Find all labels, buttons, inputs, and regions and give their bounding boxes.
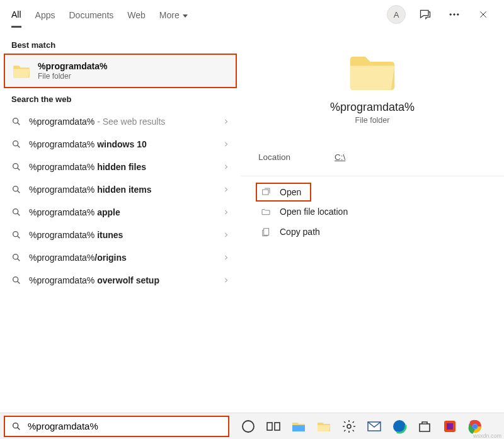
cortana-icon[interactable] [241, 419, 256, 434]
file-explorer-icon[interactable] [316, 419, 331, 434]
search-icon [11, 162, 21, 172]
web-result-text: %programdata% windows 10 [29, 139, 215, 149]
search-tabs: All Apps Documents Web More [0, 2, 387, 28]
chevron-right-icon [223, 209, 229, 215]
location-label: Location [258, 152, 290, 162]
web-result-text: %programdata% hidden files [29, 162, 215, 172]
tab-documents[interactable]: Documents [69, 3, 113, 26]
web-result-text: %programdata% overwolf setup [29, 275, 215, 285]
web-result[interactable]: %programdata% - See web results [0, 110, 241, 133]
file-explorer-icon[interactable] [291, 419, 306, 434]
action-open[interactable]: Open [256, 183, 311, 202]
chevron-down-icon [183, 14, 188, 18]
preview-title: %programdata% [330, 101, 415, 114]
svg-point-13 [13, 423, 18, 428]
avatar[interactable]: A [387, 5, 406, 24]
web-result-text: %programdata% hidden items [29, 185, 215, 195]
titlebar: All Apps Documents Web More A [0, 0, 504, 29]
web-result[interactable]: %programdata% windows 10 [0, 133, 241, 156]
search-input[interactable]: %programdata% [4, 416, 229, 437]
web-result-text: %programdata% itunes [29, 230, 215, 240]
svg-point-8 [13, 232, 18, 237]
watermark: wsxdn.com [473, 433, 501, 439]
close-icon[interactable] [474, 5, 493, 24]
search-input-value: %programdata% [28, 421, 98, 431]
web-result[interactable]: %programdata% hidden items [0, 178, 241, 201]
best-match-result[interactable]: %programdata% File folder [4, 54, 237, 88]
location-value[interactable]: C:\ [335, 152, 345, 162]
web-result-text: %programdata% - See web results [29, 117, 215, 127]
best-match-subtitle: File folder [38, 72, 107, 81]
open-icon [261, 187, 271, 197]
search-icon [11, 139, 21, 149]
chevron-right-icon [223, 118, 229, 125]
search-icon [11, 230, 21, 240]
svg-point-4 [13, 141, 18, 146]
folder-open-icon [261, 207, 271, 217]
action-open-location[interactable]: Open file location [256, 202, 489, 222]
svg-point-9 [13, 254, 18, 259]
mail-icon[interactable] [367, 419, 382, 434]
svg-point-14 [243, 421, 254, 432]
web-result[interactable]: %programdata%/origins [0, 246, 241, 269]
svg-point-26 [473, 424, 478, 428]
task-view-icon[interactable] [266, 419, 281, 434]
svg-point-5 [13, 164, 18, 169]
taskbar: %programdata% [0, 413, 504, 439]
web-result[interactable]: %programdata% itunes [0, 224, 241, 246]
tab-web[interactable]: Web [127, 3, 146, 26]
edge-icon[interactable] [392, 419, 407, 434]
svg-point-6 [13, 186, 18, 191]
svg-rect-22 [447, 423, 453, 430]
chevron-right-icon [223, 186, 229, 193]
search-icon [11, 185, 21, 195]
app-icon[interactable] [442, 419, 457, 434]
section-best-match: Best match [0, 34, 241, 54]
search-icon [11, 117, 21, 127]
best-match-title: %programdata% [38, 61, 107, 71]
tab-apps[interactable]: Apps [35, 3, 55, 26]
svg-point-17 [347, 425, 351, 428]
svg-rect-15 [267, 423, 272, 430]
section-search-web: Search the web [0, 88, 241, 108]
chevron-right-icon [223, 164, 229, 170]
ellipsis-icon[interactable] [445, 5, 464, 24]
web-result-text: %programdata% apple [29, 207, 215, 217]
web-result[interactable]: %programdata% apple [0, 201, 241, 224]
web-result[interactable]: %programdata% hidden files [0, 156, 241, 178]
action-copy-path[interactable]: Copy path [256, 222, 489, 242]
copy-icon [261, 227, 271, 237]
svg-point-10 [13, 277, 18, 282]
web-result-text: %programdata%/origins [29, 253, 215, 263]
store-icon[interactable] [417, 419, 432, 434]
folder-icon [347, 52, 398, 92]
svg-rect-11 [263, 190, 268, 195]
search-icon [11, 421, 21, 431]
chevron-right-icon [223, 277, 229, 283]
tab-more[interactable]: More [159, 3, 188, 26]
svg-point-7 [13, 209, 18, 214]
chrome-icon[interactable] [467, 419, 483, 434]
results-panel: Best match %programdata% File folder Sea… [0, 29, 241, 413]
svg-point-0 [450, 14, 452, 16]
chevron-right-icon [223, 141, 229, 147]
chevron-right-icon [223, 232, 229, 238]
preview-subtitle: File folder [355, 116, 390, 125]
svg-point-2 [457, 14, 459, 16]
search-icon [11, 207, 21, 217]
preview-panel: %programdata% File folder Location C:\ O… [241, 29, 504, 413]
svg-rect-12 [264, 229, 269, 236]
chevron-right-icon [223, 254, 229, 261]
search-icon [11, 253, 21, 263]
search-icon [11, 275, 21, 285]
svg-rect-16 [275, 423, 280, 430]
feedback-icon[interactable] [416, 5, 435, 24]
tab-all[interactable]: All [11, 2, 21, 28]
folder-icon [13, 64, 30, 79]
settings-icon[interactable] [341, 419, 357, 434]
svg-point-3 [13, 118, 18, 123]
svg-point-1 [454, 14, 455, 16]
web-result[interactable]: %programdata% overwolf setup [0, 269, 241, 292]
